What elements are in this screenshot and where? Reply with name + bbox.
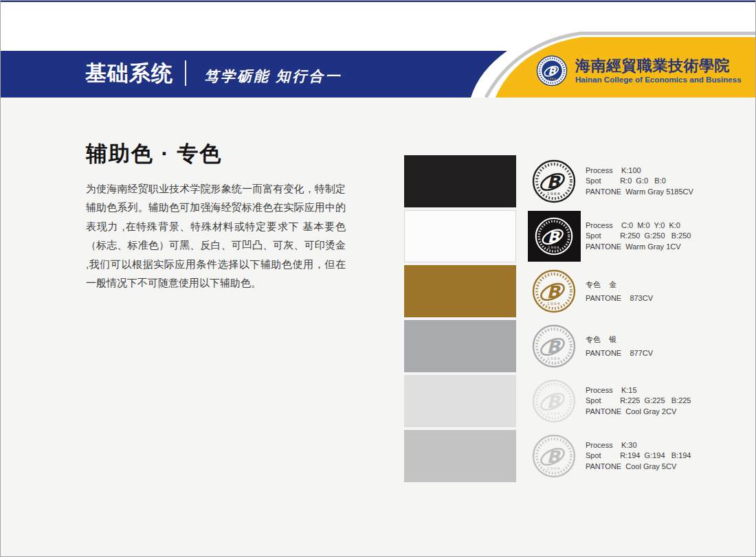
vi-manual-page: B 1984 基础系统 笃学砺能 知行合一 B 1984 海南經貿職業技術學院 … [0,0,756,557]
header-divider [185,60,186,86]
spec-line: 专色 银 [586,332,653,346]
spec-line: Process K:15 [586,385,691,396]
content-area: 辅助色 · 专色 为使海南经贸职业技术学院形象统一而富有变化，特制定辅助色系列。… [1,98,755,557]
spec-row-gold: 专色 金 PANTONE 873CV [526,265,753,317]
college-emblem-icon [526,265,581,317]
spec-line: Spot R:225 G:225 B:225 [586,396,691,407]
college-emblem-icon: B 1984 [536,55,568,87]
spec-line: PANTONE 877CV [586,346,653,360]
spec-line: PANTONE 873CV [586,291,653,305]
spec-row-white: Process C:0 M:0 Y:0 K:0 Spot R:250 G:250… [526,210,753,262]
spec-line: Process K:30 [586,440,691,451]
logo-black-square [528,211,581,262]
spec-line: 专色 金 [586,277,653,291]
college-name-en: Hainan College of Economics and Business [575,76,740,84]
color-swatch-cool-gray-2 [404,375,516,427]
spec-line: PANTONE Cool Gray 5CV [586,462,691,473]
emblem-letter: B [548,65,557,78]
spec-line: PANTONE Warm Gray 1CV [586,242,691,253]
page-title: 辅助色 · 专色 [86,139,223,168]
spec-line: PANTONE Cool Gray 2CV [586,407,691,418]
college-emblem-icon [526,375,581,427]
color-spec: 专色 金 PANTONE 873CV [586,277,653,305]
intro-paragraph: 为使海南经贸职业技术学院形象统一而富有变化，特制定辅助色系列。辅助色可加强海经贸… [86,179,346,292]
spec-row-cool-gray-5: Process K:30 Spot R:194 G:194 B:194 PANT… [526,430,753,482]
color-spec: 专色 银 PANTONE 877CV [586,332,653,360]
spec-line: Spot R:194 G:194 B:194 [586,451,691,462]
college-name-block: 海南經貿職業技術學院 Hainan College of Economics a… [575,58,740,84]
color-spec: Process K:100 Spot R:0 G:0 B:0 PANTONE W… [586,166,693,198]
college-name-cn: 海南經貿職業技術學院 [575,58,740,74]
spec-line: Spot R:0 G:0 B:0 [586,176,693,187]
color-spec: Process K:30 Spot R:194 G:194 B:194 PANT… [586,440,691,473]
college-emblem-icon [526,155,581,207]
color-swatch-silver [404,320,516,372]
college-emblem-icon [526,320,581,372]
college-emblem-icon [526,210,581,262]
spec-line: Spot R:250 G:250 B:250 [586,231,691,242]
section-title: 基础系统 [85,62,173,84]
spec-line: Process C:0 M:0 Y:0 K:0 [586,220,691,231]
college-emblem-icon [526,430,581,482]
color-swatch-white [404,210,516,262]
color-swatch-gold [404,265,516,317]
color-spec: Process K:15 Spot R:225 G:225 B:225 PANT… [586,385,691,418]
emblem-year: 1984 [548,78,557,80]
color-spec: Process C:0 M:0 Y:0 K:0 Spot R:250 G:250… [586,220,691,253]
swatch-column [404,155,516,485]
slogan-text: 笃学砺能 知行合一 [204,67,342,86]
spec-row-silver: 专色 银 PANTONE 877CV [526,320,753,372]
spec-row-black: Process K:100 Spot R:0 G:0 B:0 PANTONE W… [526,155,753,207]
color-swatch-cool-gray-5 [404,430,516,482]
spec-line: Process K:100 [586,166,693,177]
spec-line: PANTONE Warm Gray 5185CV [586,187,693,198]
spec-row-cool-gray-2: Process K:15 Spot R:225 G:225 B:225 PANT… [526,375,753,427]
color-swatch-black [404,155,516,207]
